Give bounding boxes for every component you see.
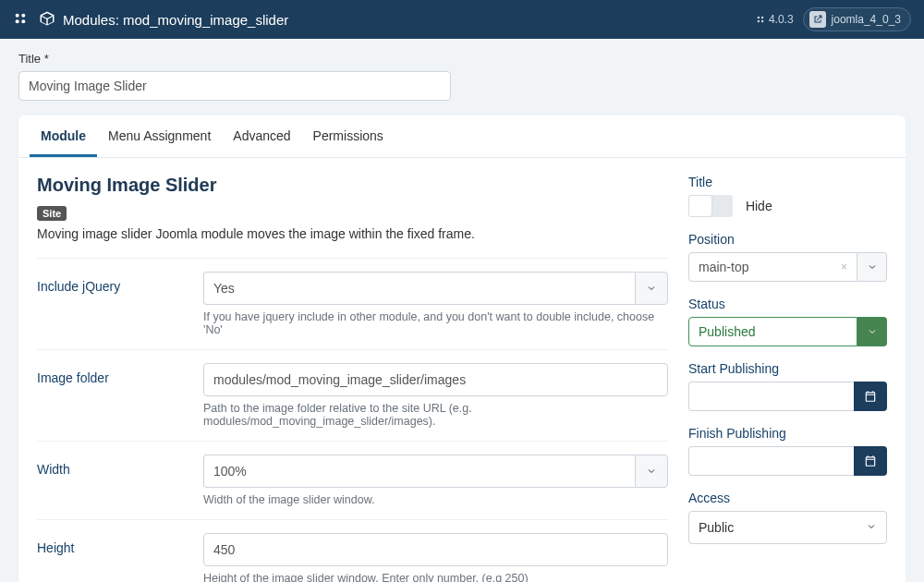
- module-description: Moving image slider Joomla module moves …: [37, 226, 668, 241]
- svg-point-1: [21, 13, 25, 17]
- label-title-toggle: Title: [688, 175, 887, 189]
- input-image-folder[interactable]: [203, 363, 668, 396]
- value-position: main-top: [699, 260, 748, 274]
- external-link-icon: [809, 11, 826, 28]
- tab-advanced[interactable]: Advanced: [222, 115, 301, 157]
- chevron-down-icon: [635, 272, 668, 305]
- side-status: Status Published: [688, 297, 887, 346]
- input-finish-publishing[interactable]: [688, 446, 887, 476]
- select-include-jquery[interactable]: Yes: [203, 272, 668, 305]
- svg-point-6: [758, 20, 760, 22]
- clear-icon[interactable]: ×: [841, 261, 847, 273]
- side-start-publishing: Start Publishing: [688, 361, 887, 411]
- input-height[interactable]: [203, 533, 668, 566]
- row-include-jquery: Include jQuery Yes If you have jquery in…: [37, 258, 668, 336]
- title-toggle[interactable]: [688, 195, 733, 217]
- svg-point-4: [758, 17, 760, 19]
- site-badge[interactable]: joomla_4_0_3: [803, 7, 911, 31]
- side-access: Access Public: [688, 491, 887, 544]
- label-access: Access: [688, 491, 887, 505]
- tab-bar: Module Menu Assignment Advanced Permissi…: [18, 115, 906, 158]
- label-height: Height: [37, 533, 203, 555]
- chevron-down-icon: [866, 520, 877, 535]
- value-status: Published: [699, 324, 756, 339]
- version-text: 4.0.3: [769, 13, 794, 26]
- help-width: Width of the image slider window.: [203, 493, 668, 506]
- input-start-publishing[interactable]: [688, 382, 887, 411]
- label-finish-publishing: Finish Publishing: [688, 426, 887, 441]
- help-height: Height of the image slider window. Enter…: [203, 572, 668, 582]
- title-toggle-text: Hide: [746, 199, 772, 213]
- page-title: Modules: mod_moving_image_slider: [39, 10, 288, 30]
- calendar-icon[interactable]: [854, 382, 887, 411]
- site-name: joomla_4_0_3: [832, 13, 901, 26]
- topbar-left: Modules: mod_moving_image_slider: [13, 10, 745, 30]
- svg-point-2: [16, 19, 19, 23]
- row-width: Width 100% Width of the image slider win…: [37, 441, 668, 506]
- value-width: 100%: [213, 464, 247, 479]
- select-position[interactable]: main-top ×: [688, 252, 887, 282]
- version-badge: 4.0.3: [756, 13, 794, 26]
- chevron-down-icon: [857, 252, 887, 282]
- svg-point-5: [761, 17, 764, 19]
- title-input[interactable]: [18, 71, 451, 101]
- side-title: Title Hide: [688, 175, 887, 217]
- calendar-icon[interactable]: [854, 446, 887, 476]
- svg-point-7: [761, 20, 764, 22]
- row-image-folder: Image folder Path to the image folder re…: [37, 349, 668, 428]
- side-position: Position main-top ×: [688, 232, 887, 282]
- select-status[interactable]: Published: [688, 317, 887, 346]
- label-start-publishing: Start Publishing: [688, 361, 887, 376]
- svg-point-0: [16, 13, 19, 17]
- help-include-jquery: If you have jquery include in other modu…: [203, 310, 668, 336]
- select-access[interactable]: Public: [688, 511, 887, 544]
- tab-permissions[interactable]: Permissions: [302, 115, 395, 157]
- title-area: Title *: [0, 39, 924, 104]
- chevron-down-icon: [635, 455, 668, 488]
- row-height: Height Height of the image slider window…: [37, 519, 668, 582]
- tab-module[interactable]: Module: [30, 115, 97, 157]
- help-image-folder: Path to the image folder relative to the…: [203, 402, 668, 428]
- label-status: Status: [688, 297, 887, 311]
- select-width[interactable]: 100%: [203, 455, 668, 488]
- sidebar: Title Hide Position main-top × Status: [688, 175, 887, 582]
- module-form: Moving Image Slider Site Moving image sl…: [37, 175, 668, 582]
- svg-point-3: [21, 19, 25, 23]
- site-chip: Site: [37, 206, 67, 221]
- label-include-jquery: Include jQuery: [37, 272, 203, 294]
- side-finish-publishing: Finish Publishing: [688, 426, 887, 476]
- title-label: Title *: [18, 52, 906, 66]
- module-heading: Moving Image Slider: [37, 175, 668, 196]
- page-title-text: Modules: mod_moving_image_slider: [63, 12, 288, 28]
- label-width: Width: [37, 455, 203, 477]
- topbar: Modules: mod_moving_image_slider 4.0.3 j…: [0, 0, 924, 39]
- label-position: Position: [688, 232, 887, 247]
- value-access: Public: [699, 520, 734, 535]
- module-card: Module Menu Assignment Advanced Permissi…: [18, 115, 906, 582]
- label-image-folder: Image folder: [37, 363, 203, 385]
- topbar-right: 4.0.3 joomla_4_0_3: [756, 7, 911, 31]
- tab-menu-assignment[interactable]: Menu Assignment: [97, 115, 222, 157]
- box-icon: [39, 10, 55, 30]
- value-include-jquery: Yes: [213, 281, 235, 296]
- chevron-down-icon: [857, 317, 887, 346]
- module-panel: Moving Image Slider Site Moving image sl…: [18, 158, 906, 582]
- joomla-logo-icon: [13, 11, 28, 29]
